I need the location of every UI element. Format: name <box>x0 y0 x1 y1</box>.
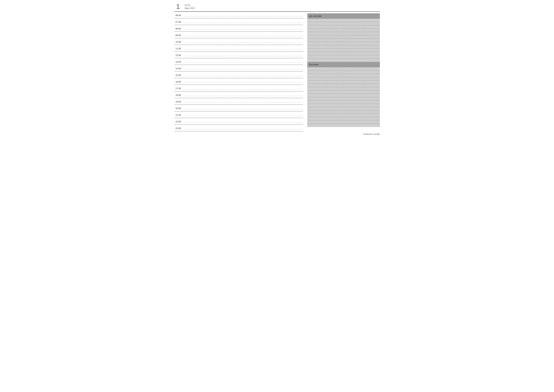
notes-line <box>307 87 380 91</box>
date-meta: Петък Март 2022 <box>185 3 196 9</box>
hour-row: 23:00 <box>174 125 303 131</box>
hour-row: 14:00 <box>174 65 303 71</box>
todo-line <box>307 55 380 58</box>
hour-row: 22:00 <box>174 118 303 125</box>
sidebar: Да направя Бележки <box>307 12 380 131</box>
hour-label: 21:00 <box>174 114 184 118</box>
hour-row: 12:00 <box>174 52 303 58</box>
hour-label: 13:00 <box>174 61 184 65</box>
notes-line <box>307 114 380 117</box>
day-number: 1 <box>174 3 182 10</box>
hour-writing-line <box>184 111 303 118</box>
content-area: 06:0007:0008:0009:0010:0011:0012:0013:00… <box>174 11 380 131</box>
hour-row: 20:00 <box>174 105 303 111</box>
weekday-label: Петък <box>185 4 196 7</box>
todo-line <box>307 42 380 45</box>
todo-line <box>307 35 380 39</box>
hour-writing-line <box>184 78 303 85</box>
hour-row: 16:00 <box>174 78 303 85</box>
notes-line <box>307 81 380 84</box>
notes-line <box>307 67 380 70</box>
hour-writing-line <box>184 32 303 38</box>
hour-writing-line <box>184 45 303 51</box>
notes-line <box>307 74 380 77</box>
hour-label: 06:00 <box>174 14 184 18</box>
todo-body <box>307 19 380 62</box>
notes-line <box>307 107 380 110</box>
month-year-label: Март 2022 <box>185 7 196 9</box>
hour-label: 11:00 <box>174 47 184 51</box>
hour-writing-line <box>184 52 303 58</box>
notes-line <box>307 110 380 114</box>
hour-row: 10:00 <box>174 38 303 45</box>
notes-line <box>307 100 380 104</box>
todo-panel: Да направя <box>307 13 380 62</box>
todo-line <box>307 39 380 42</box>
hour-row: 19:00 <box>174 98 303 105</box>
hourly-schedule: 06:0007:0008:0009:0010:0011:0012:0013:00… <box>174 12 303 131</box>
hour-label: 08:00 <box>174 27 184 31</box>
notes-panel: Бележки <box>307 62 380 127</box>
notes-line <box>307 94 380 97</box>
hour-row: 11:00 <box>174 45 303 52</box>
notes-line <box>307 124 380 127</box>
hour-label: 22:00 <box>174 120 184 125</box>
todo-line <box>307 52 380 55</box>
planner-page: 1 Петък Март 2022 06:0007:0008:0009:0010… <box>174 3 380 135</box>
todo-line <box>307 22 380 25</box>
hour-label: 07:00 <box>174 21 184 25</box>
notes-line <box>307 97 380 100</box>
date-header: 1 Петък Март 2022 <box>174 3 380 11</box>
hour-row: 09:00 <box>174 32 303 38</box>
hour-label: 23:00 <box>174 127 184 131</box>
hour-writing-line <box>184 125 303 131</box>
hour-row: 08:00 <box>174 25 303 32</box>
hour-row: 06:00 <box>174 12 303 18</box>
hour-label: 19:00 <box>174 100 184 105</box>
hour-label: 09:00 <box>174 34 184 38</box>
hour-row: 17:00 <box>174 85 303 91</box>
hour-label: 18:00 <box>174 94 184 98</box>
todo-line <box>307 29 380 32</box>
hour-writing-line <box>184 58 303 65</box>
notes-line <box>307 120 380 124</box>
todo-line <box>307 58 380 62</box>
notes-line <box>307 104 380 107</box>
todo-line <box>307 49 380 52</box>
notes-line <box>307 117 380 120</box>
hour-writing-line <box>184 25 303 31</box>
hour-label: 14:00 <box>174 67 184 71</box>
hour-writing-line <box>184 91 303 98</box>
hour-label: 20:00 <box>174 107 184 111</box>
hour-writing-line <box>184 105 303 111</box>
hour-label: 12:00 <box>174 54 184 58</box>
hour-writing-line <box>184 71 303 78</box>
hour-writing-line <box>184 38 303 45</box>
notes-line <box>307 84 380 87</box>
notes-line <box>307 77 380 81</box>
todo-line <box>307 32 380 35</box>
hour-label: 10:00 <box>174 41 184 45</box>
hour-row: 18:00 <box>174 91 303 98</box>
footer-source: 7calendar.com/bg/ <box>174 131 380 135</box>
hour-row: 07:00 <box>174 18 303 25</box>
todo-title: Да направя <box>307 13 380 19</box>
notes-line <box>307 70 380 74</box>
hour-writing-line <box>184 18 303 25</box>
hour-writing-line <box>184 85 303 91</box>
notes-title: Бележки <box>307 62 380 67</box>
hour-row: 13:00 <box>174 58 303 65</box>
hour-writing-line <box>184 98 303 105</box>
hour-row: 21:00 <box>174 111 303 118</box>
hour-writing-line <box>184 12 303 18</box>
hour-label: 16:00 <box>174 81 184 85</box>
todo-line <box>307 45 380 49</box>
notes-body <box>307 67 380 127</box>
todo-line <box>307 25 380 29</box>
hour-writing-line <box>184 65 303 71</box>
hour-label: 15:00 <box>174 74 184 78</box>
hour-row: 15:00 <box>174 71 303 78</box>
notes-line <box>307 91 380 94</box>
todo-line <box>307 19 380 22</box>
hour-writing-line <box>184 118 303 125</box>
